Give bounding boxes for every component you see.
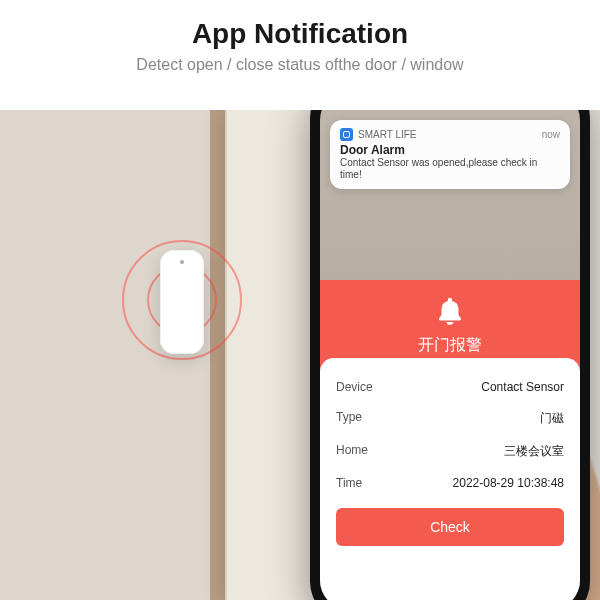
- alarm-banner-label: 开门报警: [418, 335, 482, 356]
- page-title: App Notification: [0, 18, 600, 50]
- detail-label: Home: [336, 443, 368, 460]
- notification-time: now: [542, 129, 560, 140]
- detail-value: Contact Sensor: [481, 380, 564, 394]
- scene-illustration: SMART LIFE now Door Alarm Contact Sensor…: [0, 110, 600, 600]
- door-sensor-device: [160, 250, 204, 354]
- detail-value: 门磁: [540, 410, 564, 427]
- push-notification[interactable]: SMART LIFE now Door Alarm Contact Sensor…: [330, 120, 570, 189]
- detail-value: 2022-08-29 10:38:48: [453, 476, 564, 490]
- marketing-header: App Notification Detect open / close sta…: [0, 0, 600, 110]
- notification-app-name: SMART LIFE: [358, 129, 417, 140]
- check-button[interactable]: Check: [336, 508, 564, 546]
- detail-row-device: Device Contact Sensor: [336, 372, 564, 402]
- detail-row-home: Home 三楼会议室: [336, 435, 564, 468]
- phone-mockup: SMART LIFE now Door Alarm Contact Sensor…: [310, 80, 590, 600]
- detail-label: Device: [336, 380, 373, 394]
- alarm-details-card: Device Contact Sensor Type 门磁 Home 三楼会议室…: [320, 358, 580, 600]
- detail-label: Type: [336, 410, 362, 427]
- notification-body: Contact Sensor was opened,please check i…: [340, 157, 560, 181]
- notification-title: Door Alarm: [340, 143, 560, 157]
- detail-row-time: Time 2022-08-29 10:38:48: [336, 468, 564, 498]
- alarm-banner: 开门报警: [320, 280, 580, 370]
- app-icon: [340, 128, 353, 141]
- detail-value: 三楼会议室: [504, 443, 564, 460]
- bell-icon: [433, 295, 467, 329]
- detail-label: Time: [336, 476, 362, 490]
- phone-screen: SMART LIFE now Door Alarm Contact Sensor…: [320, 90, 580, 600]
- page-subtitle: Detect open / close status ofthe door / …: [0, 56, 600, 74]
- detail-row-type: Type 门磁: [336, 402, 564, 435]
